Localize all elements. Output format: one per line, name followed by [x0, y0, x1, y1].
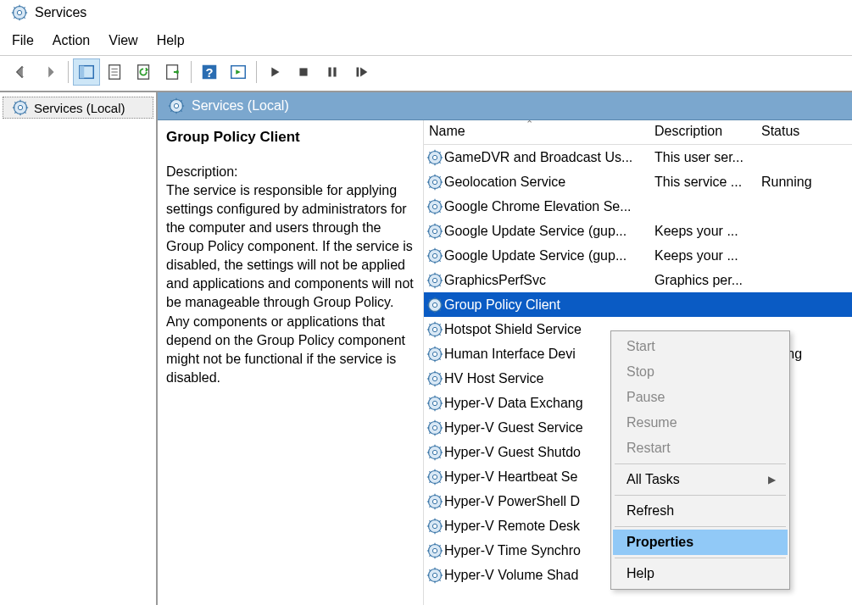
context-menu: Start Stop Pause Resume Restart All Task… [610, 330, 790, 590]
gear-icon [424, 321, 444, 338]
stop-service-button[interactable] [290, 58, 317, 86]
svg-text:?: ? [206, 66, 214, 80]
svg-rect-23 [333, 68, 336, 77]
gear-icon [424, 542, 444, 559]
menu-file[interactable]: File [12, 33, 34, 48]
gear-icon [424, 395, 444, 412]
toolbar-separator [256, 61, 257, 83]
menu-help[interactable]: Help [157, 33, 185, 48]
service-name-cell: Group Policy Client [444, 297, 654, 313]
gear-icon [424, 444, 444, 461]
forward-button[interactable] [36, 58, 64, 86]
service-row[interactable]: Google Update Service (gup...Keeps your … [424, 243, 852, 268]
tree-root-label: Services (Local) [34, 101, 125, 115]
column-header-status[interactable]: Status [761, 124, 852, 139]
context-restart[interactable]: Restart [613, 436, 788, 461]
gear-icon [12, 99, 29, 116]
title-bar: Services [0, 0, 852, 28]
refresh-toolbar-button[interactable] [131, 58, 158, 86]
column-header-name[interactable]: Name [424, 124, 654, 139]
service-desc-cell: Graphics per... [654, 273, 761, 288]
gear-icon [424, 198, 444, 215]
service-desc-cell: This service ... [654, 175, 761, 190]
service-name-cell: Geolocation Service [444, 175, 654, 190]
gear-icon [424, 493, 444, 510]
gear-icon [424, 174, 444, 191]
service-name-cell: GraphicsPerfSvc [444, 273, 654, 288]
svg-rect-11 [80, 66, 85, 79]
service-row[interactable]: GameDVR and Broadcast Us...This user ser… [424, 145, 852, 169]
service-name-cell: Google Chrome Elevation Se... [444, 199, 654, 214]
detail-service-name: Group Policy Client [166, 129, 418, 146]
service-row[interactable]: Google Chrome Elevation Se... [424, 194, 852, 219]
services-app-icon [11, 4, 28, 21]
context-stop[interactable]: Stop [613, 359, 788, 385]
service-name-cell: Google Update Service (gup... [444, 224, 654, 239]
service-name-cell: GameDVR and Broadcast Us... [444, 150, 654, 165]
service-name-cell: Google Update Service (gup... [444, 248, 654, 264]
toolbar-separator [191, 61, 192, 83]
context-properties[interactable]: Properties [613, 530, 788, 555]
context-start[interactable]: Start [613, 334, 788, 359]
window-title: Services [35, 5, 86, 20]
back-button[interactable] [8, 58, 35, 86]
gear-icon [424, 518, 444, 535]
gear-icon [424, 297, 444, 314]
console-tree[interactable]: Services (Local) [0, 92, 158, 605]
service-desc-cell: Keeps your ... [654, 224, 761, 239]
show-hide-tree-button[interactable] [73, 58, 100, 86]
gear-icon [424, 247, 444, 264]
gear-icon [424, 567, 444, 584]
context-resume[interactable]: Resume [613, 410, 788, 436]
pane-header: Services (Local) [158, 92, 852, 120]
service-status-cell: Running [761, 175, 852, 190]
detail-panel: Group Policy Client Description: The ser… [158, 120, 424, 605]
context-all-tasks-label: All Tasks [626, 472, 680, 487]
toolbar-separator [68, 61, 69, 83]
context-refresh[interactable]: Refresh [613, 498, 788, 524]
menu-view[interactable]: View [109, 33, 137, 48]
context-separator [615, 526, 786, 527]
export-list-button[interactable] [159, 58, 187, 86]
show-hide-action-pane-button[interactable] [225, 58, 252, 86]
context-separator [615, 495, 786, 496]
gear-icon [168, 97, 185, 114]
svg-rect-24 [357, 68, 359, 77]
column-header-description[interactable]: Description [654, 124, 761, 139]
gear-icon [424, 370, 444, 387]
service-desc-cell: Keeps your ... [654, 248, 761, 264]
context-help[interactable]: Help [613, 561, 788, 586]
submenu-arrow-icon: ▶ [768, 474, 776, 486]
context-all-tasks[interactable]: All Tasks ▶ [613, 467, 788, 492]
detail-description-text: The service is responsible for applying … [166, 181, 418, 387]
pane-header-label: Services (Local) [192, 98, 289, 114]
service-row[interactable]: Group Policy Client [424, 292, 852, 317]
menu-bar: File Action View Help [0, 28, 852, 55]
gear-icon [424, 223, 444, 240]
service-row[interactable]: GraphicsPerfSvcGraphics per... [424, 268, 852, 292]
service-row[interactable]: Google Update Service (gup...Keeps your … [424, 219, 852, 243]
gear-icon [424, 149, 444, 166]
start-service-button[interactable] [261, 58, 288, 86]
column-headers: ⌃ Name Description Status [424, 120, 852, 145]
svg-rect-21 [299, 68, 307, 75]
service-row[interactable]: Geolocation ServiceThis service ...Runni… [424, 169, 852, 194]
toolbar: ? [0, 55, 852, 91]
service-desc-cell: This user ser... [654, 150, 761, 165]
sort-indicator-icon: ⌃ [526, 120, 533, 130]
context-separator [615, 463, 786, 464]
context-separator [615, 558, 786, 558]
tree-root-services-local[interactable]: Services (Local) [3, 97, 153, 119]
properties-toolbar-button[interactable] [102, 58, 129, 86]
context-pause[interactable]: Pause [613, 385, 788, 410]
menu-action[interactable]: Action [53, 33, 90, 48]
gear-icon [424, 272, 444, 289]
detail-description-label: Description: [166, 164, 418, 180]
gear-icon [424, 419, 444, 436]
restart-service-button[interactable] [348, 58, 375, 86]
help-toolbar-button[interactable]: ? [196, 58, 223, 86]
gear-icon [424, 346, 444, 363]
svg-rect-22 [328, 68, 331, 77]
gear-icon [424, 469, 444, 486]
pause-service-button[interactable] [319, 58, 346, 86]
